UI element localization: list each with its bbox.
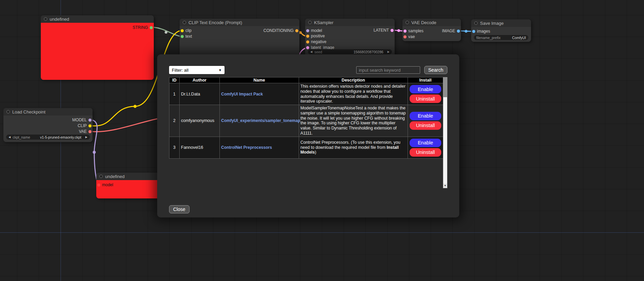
node-graph-canvas[interactable]: undefined STRING CLIP Text Encode (Promp… (0, 0, 644, 281)
node-load-checkpoint[interactable]: Load Checkpoint MODEL CLIP VAE ◀ ckpt_na… (3, 108, 93, 142)
vae-output-pin-icon[interactable] (88, 130, 92, 133)
latent-output-pin-icon[interactable] (391, 29, 394, 32)
enable-button[interactable]: Enable (410, 139, 441, 147)
canvas-horizontal-axis (0, 232, 644, 233)
latent-input-pin-icon[interactable] (306, 46, 309, 49)
link-string (153, 27, 180, 36)
widget-label: ckpt_name (13, 135, 30, 139)
input-slot-samples: samples (403, 29, 424, 33)
node-vae-decode[interactable]: VAE Decode samples vae IMAGE (402, 19, 461, 41)
ckpt-name-widget[interactable]: ◀ ckpt_name v1-5-pruned-emaonly.ckpt ▶ (6, 135, 90, 140)
uninstall-button[interactable]: Uninstall (410, 121, 441, 130)
ext-link[interactable]: ComfyUI_experiments/sampler_tonemap (221, 118, 300, 123)
scrollbar-down-icon[interactable]: ▼ (443, 183, 447, 188)
input-slot-images: images (472, 29, 490, 34)
node-collapse-dot[interactable] (308, 21, 312, 24)
link-image (460, 31, 472, 31)
text-input-pin-icon[interactable] (181, 35, 184, 38)
output-slot-string: STRING (133, 25, 153, 30)
filter-select[interactable]: Filter: all ▼ (169, 66, 225, 74)
widget-value: v1-5-pruned-emaonly.ckpt (40, 135, 81, 139)
ext-description: ControlNet Preprocessors. (To use this e… (299, 137, 408, 158)
increment-arrow-icon[interactable]: ▶ (85, 136, 87, 139)
ext-description: ModelSamplerTonemapNoiseTest a node that… (299, 105, 408, 137)
ext-install-cell: Enable Uninstall (408, 137, 443, 158)
model-output-pin-icon[interactable] (88, 119, 92, 122)
node-title-bar: CLIP Text Encode (Prompt) (180, 19, 299, 26)
node-collapse-dot[interactable] (6, 110, 10, 113)
vae-input-pin-icon[interactable] (403, 35, 407, 38)
conditioning-output-pin-icon[interactable] (295, 29, 298, 32)
input-slot-negative: negative (306, 39, 326, 44)
filename-prefix-widget[interactable]: filename_prefix ComfyUI (474, 35, 528, 40)
link-dot-string (165, 31, 167, 34)
seed-widget[interactable]: ◀ seed 156680208700286 ▶ (308, 49, 392, 54)
output-slot-vae: VAE (79, 129, 92, 134)
ext-link[interactable]: ComfyUI Impact Pack (221, 92, 263, 96)
slot-label: CONDITIONING (263, 28, 294, 33)
slot-label: STRING (133, 25, 148, 30)
clip-input-pin-icon[interactable] (181, 29, 184, 32)
chevron-down-icon: ▼ (218, 68, 222, 72)
table-row: 2 comfyanonymous ComfyUI_experiments/sam… (169, 105, 443, 137)
node-title: Load Checkpoint (12, 109, 46, 115)
ext-author: comfyanonymous (180, 105, 220, 137)
node-title: VAE Decode (411, 20, 436, 25)
node-collapse-dot[interactable] (474, 21, 478, 25)
images-input-pin-icon[interactable] (472, 30, 475, 33)
negative-input-pin-icon[interactable] (306, 40, 309, 43)
positive-input-pin-icon[interactable] (306, 35, 309, 38)
model-input-pin-icon[interactable] (306, 29, 309, 32)
ext-link[interactable]: ControlNet Preprocessors (221, 145, 272, 150)
node-collapse-dot[interactable] (183, 21, 186, 24)
input-slot-model: model (97, 182, 113, 187)
slot-label: positive (311, 34, 325, 38)
extension-grid: ID Author Name Description Install 1 Dr.… (169, 77, 447, 188)
filter-selected-value: Filter: all (172, 68, 188, 73)
slot-label: IMAGE (442, 29, 455, 33)
node-title: CLIP Text Encode (Prompt) (188, 20, 242, 25)
node-collapse-dot[interactable] (406, 21, 409, 24)
slot-label: model (311, 28, 322, 33)
search-button[interactable]: Search (424, 66, 447, 74)
ext-name-cell: ControlNet Preprocessors (220, 137, 299, 158)
uninstall-button[interactable]: Uninstall (410, 148, 441, 157)
widget-label: seed (314, 50, 322, 54)
scrollbar-thumb[interactable] (443, 77, 447, 97)
output-slot-model: MODEL (72, 118, 92, 122)
uninstall-button[interactable]: Uninstall (410, 94, 441, 103)
ext-author: Dr.Lt.Data (180, 83, 220, 105)
ext-install-cell: Enable Uninstall (408, 105, 443, 137)
decrement-arrow-icon[interactable]: ◀ (310, 51, 312, 53)
samples-input-pin-icon[interactable] (403, 30, 407, 33)
close-button[interactable]: Close (169, 205, 189, 213)
increment-arrow-icon[interactable]: ▶ (387, 51, 390, 53)
output-slot-latent: LATENT (374, 28, 394, 33)
slot-label: images (477, 29, 490, 34)
enable-button[interactable]: Enable (410, 85, 441, 93)
input-slot-positive: positive (306, 34, 325, 38)
desc-text: ) (315, 150, 316, 155)
decrement-arrow-icon[interactable]: ◀ (9, 136, 11, 139)
slot-label: model (102, 182, 113, 187)
link-dot-conditioning (299, 31, 302, 34)
input-slot-text: text (181, 34, 192, 39)
extension-table: ID Author Name Description Install 1 Dr.… (169, 77, 443, 159)
node-collapse-dot[interactable] (44, 17, 47, 21)
dialog-toolbar: Filter: all ▼ Search (169, 66, 447, 74)
node-error-top[interactable]: undefined STRING (41, 15, 154, 80)
dialog-scrollbar[interactable]: ▼ (443, 77, 447, 188)
enable-button[interactable]: Enable (410, 112, 441, 120)
node-body: samples vae IMAGE (402, 26, 461, 41)
ext-name-cell: ComfyUI Impact Pack (220, 83, 299, 105)
slot-label: VAE (79, 129, 87, 134)
search-input[interactable] (356, 66, 420, 74)
model-input-pin-icon[interactable] (97, 183, 100, 187)
node-body: STRING (41, 23, 154, 80)
string-output-pin-icon[interactable] (150, 26, 153, 29)
node-collapse-dot[interactable] (99, 175, 103, 178)
node-save-image[interactable]: Save Image images filename_prefix ComfyU… (471, 19, 531, 42)
image-output-pin-icon[interactable] (457, 30, 460, 33)
clip-output-pin-icon[interactable] (88, 124, 92, 127)
ext-name-cell: ComfyUI_experiments/sampler_tonemap (220, 105, 299, 137)
